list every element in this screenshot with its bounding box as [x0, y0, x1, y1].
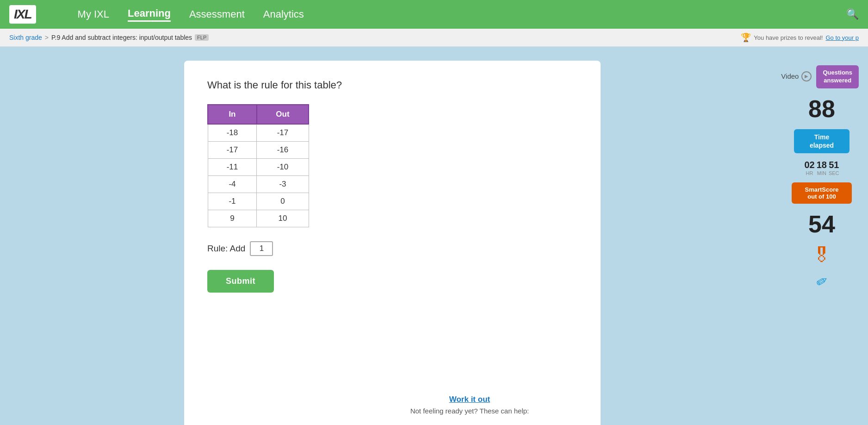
- table-row: -4-3: [208, 176, 309, 193]
- table-row: -11-10: [208, 159, 309, 176]
- table-row: 910: [208, 210, 309, 227]
- seconds-value: 51: [829, 160, 839, 170]
- right-sidebar: Video ▶ Questionsanswered 88 Timeelapsed…: [785, 61, 859, 425]
- pencil-icon[interactable]: ✏: [812, 271, 831, 291]
- breadcrumb-grade[interactable]: Sixth grade: [9, 34, 42, 41]
- table-header-out: Out: [257, 105, 309, 124]
- table-cell: -3: [257, 176, 309, 193]
- trophy-icon: 🏆: [741, 32, 751, 43]
- work-it-out-section: Work it out Not feeling ready yet? These…: [410, 395, 529, 415]
- table-cell: -17: [257, 124, 309, 142]
- questions-answered-button[interactable]: Questionsanswered: [816, 65, 859, 88]
- seconds-label: SEC: [829, 170, 839, 176]
- rule-input[interactable]: [250, 241, 273, 256]
- work-it-out-link[interactable]: Work it out: [410, 395, 529, 404]
- question-text: What is the rule for this table?: [207, 79, 577, 91]
- nav-assessment[interactable]: Assessment: [189, 8, 245, 20]
- table-cell: -11: [208, 159, 257, 176]
- question-panel: What is the rule for this table? In Out …: [184, 61, 601, 425]
- video-label: Video: [781, 72, 799, 80]
- table-cell: 9: [208, 210, 257, 227]
- search-icon[interactable]: 🔍: [846, 8, 859, 20]
- top-navigation: IXL My IXL Learning Assessment Analytics…: [0, 0, 868, 29]
- hours-label: HR: [806, 170, 813, 176]
- breadcrumb-lesson: P.9 Add and subtract integers: input/out…: [51, 34, 192, 41]
- video-row: Video ▶ Questionsanswered: [785, 65, 859, 88]
- breadcrumb-badge: FLP: [195, 34, 209, 41]
- rule-label: Rule: Add: [207, 244, 245, 254]
- minutes-label: MIN: [817, 170, 826, 176]
- nav-my-ixl[interactable]: My IXL: [78, 8, 109, 20]
- nav-links: My IXL Learning Assessment Analytics: [78, 7, 304, 22]
- nav-learning[interactable]: Learning: [128, 7, 171, 22]
- smart-score-value: 54: [808, 210, 835, 238]
- rule-area: Rule: Add: [207, 241, 577, 256]
- prize-text: You have prizes to reveal!: [754, 34, 823, 41]
- seconds-group: 51 SEC: [829, 160, 839, 176]
- ribbon-icon: 🎖: [812, 244, 831, 267]
- help-subtitle: Not feeling ready yet? These can help:: [410, 407, 529, 415]
- table-cell: -16: [257, 142, 309, 159]
- breadcrumb: Sixth grade > P.9 Add and subtract integ…: [0, 29, 868, 47]
- table-cell: -1: [208, 193, 257, 210]
- smart-score-button[interactable]: SmartScoreout of 100: [792, 182, 852, 204]
- questions-answered-count: 88: [808, 95, 835, 123]
- minutes-group: 18 MIN: [817, 160, 827, 176]
- table-row: -18-17: [208, 124, 309, 142]
- table-row: -17-16: [208, 142, 309, 159]
- minutes-value: 18: [817, 160, 827, 170]
- breadcrumb-separator: >: [45, 34, 49, 41]
- input-output-table: In Out -18-17-17-16-11-10-4-3-10910: [207, 104, 309, 227]
- hours-group: 02 HR: [804, 160, 814, 176]
- table-cell: -4: [208, 176, 257, 193]
- table-cell: -18: [208, 124, 257, 142]
- time-elapsed-button[interactable]: Timeelapsed: [794, 129, 849, 153]
- video-button[interactable]: Video ▶: [781, 71, 812, 81]
- nav-analytics[interactable]: Analytics: [263, 8, 304, 20]
- table-row: -10: [208, 193, 309, 210]
- main-content: What is the rule for this table? In Out …: [0, 47, 868, 425]
- prize-link[interactable]: Go to your p: [825, 34, 859, 41]
- prize-notice: 🏆 You have prizes to reveal! Go to your …: [741, 32, 859, 43]
- table-cell: 0: [257, 193, 309, 210]
- table-cell: -17: [208, 142, 257, 159]
- submit-button[interactable]: Submit: [207, 270, 274, 293]
- video-play-icon: ▶: [801, 71, 812, 81]
- ixl-logo[interactable]: IXL: [9, 5, 36, 24]
- table-header-in: In: [208, 105, 257, 124]
- time-display: 02 HR 18 MIN 51 SEC: [804, 160, 839, 176]
- hours-value: 02: [804, 160, 814, 170]
- table-cell: 10: [257, 210, 309, 227]
- table-cell: -10: [257, 159, 309, 176]
